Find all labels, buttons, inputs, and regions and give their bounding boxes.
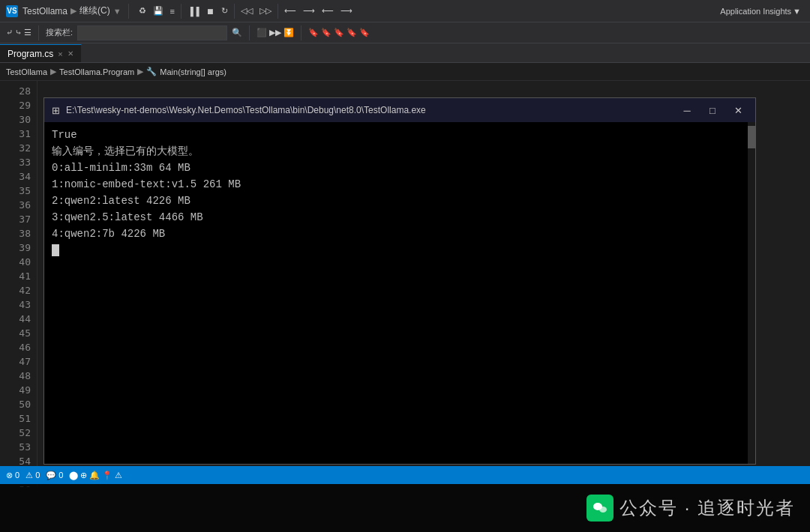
console-minimize-btn[interactable]: ─ (677, 102, 697, 118)
project-name: TestOllama ▶ 继续(C) ▼ (22, 4, 122, 17)
app-insights-btn[interactable]: Application Insights ▼ (717, 3, 804, 19)
vs-icon: VS (6, 5, 18, 17)
console-icon: ⊞ (52, 105, 60, 116)
cursor (52, 244, 59, 256)
find-options[interactable]: 🔍 (229, 25, 245, 41)
status-bar: ⊗ 0 ⚠ 0 💬 0 ⬤ ⊕ 🔔 📍 ⚠ (0, 466, 810, 484)
toolbar2-icons: ⤶ ⤷ ☰ (3, 25, 34, 41)
watermark: 公众号 · 追逐时光者 (0, 484, 810, 532)
pause-btn[interactable]: ▐▐ (184, 3, 202, 19)
status-messages[interactable]: 💬 0 (46, 471, 63, 480)
console-maximize-btn[interactable]: □ (703, 102, 722, 118)
stop-btn[interactable]: ⏹ (203, 3, 218, 19)
console-title: E:\Test\wesky-net-demos\Wesky.Net.Demos\… (66, 105, 671, 115)
find-input[interactable] (77, 25, 227, 40)
console-line-6: 3:qwen2.5:latest 4466 MB (52, 209, 748, 226)
fwd2-btn[interactable]: ⟶ (338, 3, 356, 19)
breadcrumb: TestOllama ▶ TestOllama.Program ▶ 🔧 Main… (0, 63, 810, 81)
console-scrollbar[interactable] (748, 122, 755, 464)
title-right: Application Insights ▼ (717, 3, 804, 19)
fwd-btn[interactable]: ⟶ (300, 3, 318, 19)
back2-btn[interactable]: ⟵ (319, 3, 337, 19)
console-close-btn[interactable]: ✕ (728, 102, 748, 118)
sep1 (128, 4, 129, 19)
prev-btn[interactable]: ◁◁ (238, 3, 256, 19)
breakpoint-icon[interactable]: ⬤ ⊕ 🔔 📍 ⚠ (69, 471, 122, 480)
console-line-5: 2:qwen2:latest 4226 MB (52, 193, 748, 209)
status-errors[interactable]: ⊗ 0 (6, 471, 20, 480)
watermark-text: 公众号 · 追逐时光者 (620, 496, 795, 520)
tab-program-cs[interactable]: Program.cs × ✕ (0, 44, 82, 62)
debug-icons: ⬛ ▶▶ ⏬ (254, 25, 297, 41)
tab-bar: Program.cs × ✕ (0, 43, 810, 63)
next-btn[interactable]: ▷▷ (256, 3, 274, 19)
hot-reload-btn[interactable]: ↻ (218, 3, 231, 19)
console-line-4: 1:nomic-embed-text:v1.5 261 MB (52, 176, 748, 193)
wechat-icon (586, 495, 614, 522)
console-window: ⊞ E:\Test\wesky-net-demos\Wesky.Net.Demo… (44, 97, 756, 465)
tab-close-program[interactable]: ✕ (68, 49, 74, 58)
title-bar: VS TestOllama ▶ 继续(C) ▼ ♻ 💾 ≡ ▐▐ ⏹ ↻ ◁◁ … (0, 0, 810, 22)
console-title-bar: ⊞ E:\Test\wesky-net-demos\Wesky.Net.Demo… (44, 98, 755, 122)
console-line-7: 4:qwen2:7b 4226 MB (52, 226, 748, 242)
bookmark-icons: 🔖 🔖 🔖 🔖 🔖 (305, 25, 373, 41)
line-numbers: 28 29 30 31 32 33 34 35 36 37 38 39 40 4… (0, 81, 38, 487)
console-line-8 (52, 242, 748, 259)
svg-point-1 (599, 507, 607, 513)
console-line-3: 0:all-minilm:33m 64 MB (52, 160, 748, 176)
console-scrollbar-thumb[interactable] (748, 126, 755, 148)
debug-toolbar: ♻ 💾 ≡ ▐▐ ⏹ ↻ ◁◁ ▷▷ ⟵ ⟶ ⟵ ⟶ (136, 3, 356, 19)
restart-btn[interactable]: ♻ (136, 3, 149, 19)
console-line-2: 输入编号，选择已有的大模型。 (52, 143, 748, 160)
status-warnings[interactable]: ⚠ 0 (26, 471, 40, 480)
toolbar2: ⤶ ⤷ ☰ 搜索栏: 🔍 ⬛ ▶▶ ⏬ 🔖 🔖 🔖 🔖 🔖 (0, 22, 810, 43)
list-btn[interactable]: ≡ (167, 3, 178, 19)
console-line-1: True (52, 127, 748, 143)
find-label: 搜索栏: (43, 25, 76, 41)
save-btn[interactable]: 💾 (150, 3, 166, 19)
console-content[interactable]: True 输入编号，选择已有的大模型。 0:all-minilm:33m 64 … (44, 122, 755, 464)
back-btn[interactable]: ⟵ (281, 3, 299, 19)
